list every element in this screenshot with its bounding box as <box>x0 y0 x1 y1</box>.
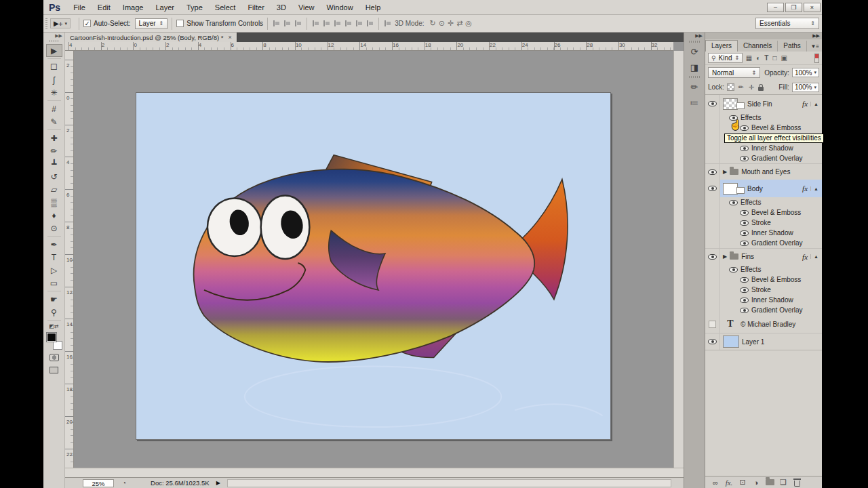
effect-row[interactable]: Inner Shadow <box>705 295 822 305</box>
eye-icon[interactable] <box>740 277 749 283</box>
add-layer-style-icon[interactable]: fx. <box>724 479 734 487</box>
spot-healing-brush-tool[interactable]: ✚ <box>46 131 62 144</box>
eye-icon[interactable] <box>740 298 749 303</box>
effect-row[interactable]: Inner Shadow <box>705 228 822 238</box>
show-transform-controls-checkbox[interactable] <box>176 20 184 27</box>
align-bottom-edges-button[interactable] <box>294 20 302 27</box>
panel-collapse-icon[interactable]: ▶▶ <box>812 33 820 39</box>
align-right-edges-button[interactable] <box>333 20 342 27</box>
default-swap-colors[interactable]: ◩⇄ <box>49 324 58 329</box>
menu-edit[interactable]: Edit <box>92 1 117 14</box>
path-selection-tool[interactable]: ▷ <box>46 264 62 277</box>
status-menu-arrow-icon[interactable]: ▶ <box>216 480 220 486</box>
filter-smart-objects-icon[interactable]: ▣ <box>780 54 788 62</box>
auto-select-checkbox[interactable]: ✓ <box>83 20 91 27</box>
horizontal-scrollbar[interactable] <box>65 468 684 477</box>
dock-collapse-icon[interactable]: ▶▶ <box>684 33 705 39</box>
effect-row[interactable]: Gradient Overlay <box>705 153 822 163</box>
eraser-tool[interactable]: ▱ <box>46 183 62 196</box>
visibility-cell[interactable] <box>705 333 720 350</box>
new-group-icon[interactable] <box>765 479 774 485</box>
visibility-cell[interactable] <box>705 207 720 218</box>
canvas-document[interactable] <box>136 92 611 440</box>
visibility-cell[interactable] <box>705 133 720 143</box>
eye-icon[interactable] <box>708 339 717 344</box>
group-row[interactable]: ▶Mouth and Eyes <box>705 163 822 180</box>
effect-row[interactable]: Bevel & Emboss <box>705 274 822 285</box>
hand-tool[interactable]: ☛ <box>46 293 62 306</box>
close-button[interactable]: × <box>804 3 821 12</box>
visibility-cell[interactable] <box>705 264 720 274</box>
effect-row[interactable]: Stroke <box>705 285 822 295</box>
crop-tool[interactable]: # <box>46 102 62 115</box>
gradient-tool[interactable]: ▒ <box>46 196 62 209</box>
brush-presets-panel-icon[interactable]: ≔ <box>687 96 702 109</box>
fill-field[interactable]: 100% ▾ <box>792 83 819 92</box>
lock-transparency-icon[interactable] <box>727 83 734 91</box>
restore-button[interactable]: ❐ <box>785 3 802 12</box>
panel-menu-icon[interactable]: ▼≡ <box>808 43 822 52</box>
effects-row[interactable]: Effects <box>705 113 822 123</box>
effect-row[interactable]: Gradient Overlay <box>705 305 822 315</box>
lasso-tool[interactable]: ʃ <box>46 73 62 86</box>
panel-collapse-icon[interactable]: ▶▶ <box>53 33 64 39</box>
link-layers-icon[interactable]: ∞ <box>711 479 720 487</box>
quick-selection-tool[interactable]: ✳ <box>46 86 62 99</box>
effect-row[interactable]: Gradient Overlay <box>705 238 822 248</box>
add-layer-mask-icon[interactable]: ⊡ <box>738 478 747 487</box>
history-panel-icon[interactable]: ⟳ <box>687 45 702 58</box>
visibility-cell[interactable] <box>705 228 720 238</box>
collapse-effects-icon[interactable]: ▲ <box>810 186 820 191</box>
foreground-color-swatch[interactable] <box>47 333 56 342</box>
visibility-cell[interactable] <box>705 315 720 333</box>
blur-tool[interactable]: ♦ <box>46 209 62 222</box>
lock-position-icon[interactable]: ✛ <box>747 83 755 91</box>
background-color-swatch[interactable] <box>53 341 62 350</box>
collapse-effects-icon[interactable]: ▲ <box>810 254 820 259</box>
group-row[interactable]: ▶Finsfx▲ <box>705 248 822 264</box>
layer-row[interactable]: Side Finfx▲ <box>705 95 822 113</box>
filter-adjustment-layers-icon[interactable]: ◐ <box>755 54 762 62</box>
layer-row[interactable]: Layer 1 <box>705 333 822 350</box>
auto-select-target-dropdown[interactable]: Layer ⇕ <box>135 18 168 29</box>
auto-align-layers-button[interactable] <box>383 20 392 27</box>
dodge-tool[interactable]: ⊙ <box>46 222 62 235</box>
properties-panel-icon[interactable]: ◨ <box>687 60 702 74</box>
visibility-cell[interactable] <box>705 295 720 305</box>
close-tab-icon[interactable]: × <box>228 34 231 41</box>
blend-mode-dropdown[interactable]: Normal ⇕ <box>708 67 760 78</box>
eyedropper-tool[interactable]: ✎ <box>46 115 62 128</box>
eye-icon[interactable] <box>729 267 738 272</box>
zoom-tool[interactable]: ⚲ <box>46 306 62 319</box>
layer-row[interactable]: Bodyfx▲ <box>705 180 822 197</box>
3d-orbit-icon[interactable]: ↻ <box>428 19 437 28</box>
menu-view[interactable]: View <box>292 1 321 14</box>
filter-toggle-switch[interactable] <box>814 54 819 63</box>
document-tab[interactable]: CartoonFish-Introduction.psd @ 25% (Body… <box>65 33 237 42</box>
visibility-cell[interactable] <box>705 123 720 133</box>
eye-icon[interactable] <box>708 186 717 191</box>
delete-layer-icon[interactable] <box>792 479 802 487</box>
visibility-cell[interactable] <box>705 305 720 315</box>
tab-paths[interactable]: Paths <box>778 41 807 52</box>
lock-pixels-icon[interactable]: ✏ <box>737 83 745 91</box>
layer-row[interactable]: T© Michael Bradley <box>705 315 822 333</box>
tab-layers[interactable]: Layers <box>705 40 738 52</box>
eye-icon[interactable] <box>740 230 749 236</box>
align-vertical-centers-button[interactable] <box>283 20 292 27</box>
workspace-switcher[interactable]: Essentials ⇕ <box>755 18 819 29</box>
visibility-cell[interactable] <box>705 164 720 180</box>
menu-file[interactable]: File <box>67 1 92 14</box>
visibility-cell[interactable] <box>705 143 720 153</box>
menu-layer[interactable]: Layer <box>149 1 180 14</box>
menu-type[interactable]: Type <box>180 1 209 14</box>
align-top-edges-button[interactable] <box>272 20 281 27</box>
eye-icon[interactable] <box>740 156 749 161</box>
expand-triangle-icon[interactable]: ▶ <box>723 253 727 260</box>
filter-pixel-layers-icon[interactable]: ▦ <box>745 54 753 62</box>
tool-preset-picker[interactable]: ▶✛ ▾ <box>50 18 71 28</box>
menu-filter[interactable]: Filter <box>241 1 270 14</box>
visibility-cell[interactable] <box>705 249 720 264</box>
visibility-cell[interactable] <box>705 285 720 295</box>
eye-icon[interactable] <box>708 101 717 106</box>
